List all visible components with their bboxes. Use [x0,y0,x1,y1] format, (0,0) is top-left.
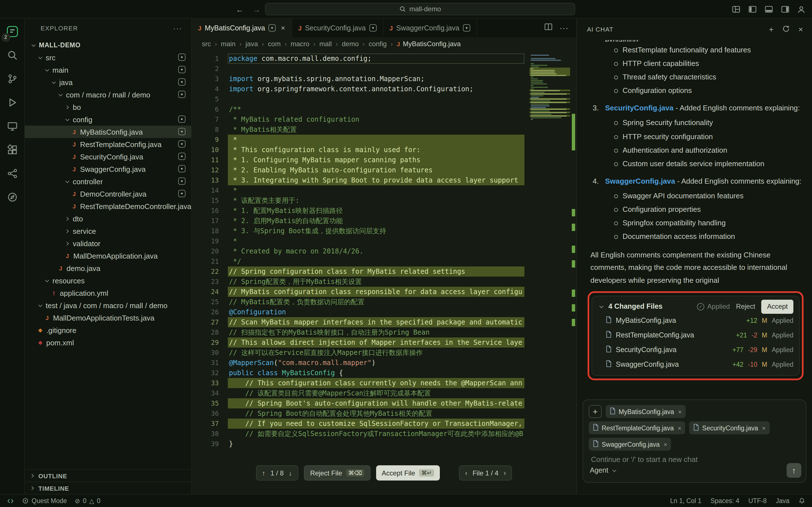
toggle-panel-bottom-icon[interactable] [763,4,774,14]
code-line-10[interactable]: 10 * This configuration class is mainly … [192,145,576,155]
remove-chip-icon[interactable]: × [762,425,766,431]
tree-item-main[interactable]: main [25,64,191,76]
code-line-1[interactable]: 1package com.macro.mall.demo.config; [192,54,576,64]
breadcrumb-item-main[interactable]: main [221,40,236,48]
code-line-36[interactable]: 36 // Spring Boot的自动配置会处理其他MyBatis相关的配置 [192,408,576,418]
tree-item-democontroller-java[interactable]: JDemoController.java [25,187,191,200]
code-line-16[interactable]: 16 * 1. 配置MyBatis映射器扫描路径 [192,206,576,216]
close-icon[interactable]: × [281,24,285,32]
tree-item-resources[interactable]: resources [25,274,191,287]
changed-file-row-resttemplateconfig-java[interactable]: RestTemplateConfig.java+21-2MApplied [598,328,794,343]
changed-file-row-securityconfig-java[interactable]: SecurityConfig.java+77-29MApplied [598,343,794,357]
back-arrow-icon[interactable]: ← [236,5,244,14]
code-editor[interactable]: 1package com.macro.mall.demo.config;23im… [192,51,576,494]
file-link[interactable]: SwaggerConfig.java [605,177,675,185]
code-line-4[interactable]: 4import org.springframework.context.anno… [192,84,576,94]
breadcrumb-item-java[interactable]: java [246,40,258,48]
code-line-24[interactable]: 24// MyBatis configuration class respons… [192,287,576,297]
tree-item-src[interactable]: src [25,51,191,64]
remove-chip-icon[interactable]: × [664,441,667,448]
reject-file-button[interactable]: Reject File ⌘⌫ [304,465,370,481]
split-editor-icon[interactable] [544,22,553,33]
code-line-9[interactable]: 9 * [192,135,576,145]
modified-badge[interactable] [463,24,470,32]
tree-item-com-macro-mall-demo[interactable]: com / macro / mall / demo [25,89,191,101]
breadcrumb-item-demo[interactable]: demo [342,40,359,48]
remote-indicator-icon[interactable] [7,497,14,504]
code-line-30[interactable]: 30// 这样可以在Service层直接注入Mapper接口进行数据库操作 [192,348,576,358]
language-mode[interactable]: Java [776,497,790,504]
tree-item-validator[interactable]: validator [25,237,191,249]
tree-item-application-yml[interactable]: !application.yml [25,287,191,299]
reject-all-button[interactable]: Reject [736,301,755,313]
command-center-search[interactable]: mall-demo [265,3,575,15]
code-line-17[interactable]: 17 * 2. 启用MyBatis的自动配置功能 [192,216,576,226]
tree-item-malldemoapplication-java[interactable]: JMallDemoApplication.java [25,249,191,262]
tree-item-resttemplatedemocontroller-java[interactable]: JRestTemplateDemoController.java [25,200,191,212]
next-file-icon[interactable]: › [504,469,506,477]
code-line-39[interactable]: 39} [192,439,576,449]
chevron-down-icon[interactable] [598,303,605,310]
tree-item-swaggerconfig-java[interactable]: JSwaggerConfig.java [25,163,191,175]
code-line-20[interactable]: 20 * Created by macro on 2018/4/26. [192,246,576,256]
agent-mode-dropdown[interactable]: Agent [590,466,617,474]
accept-file-button[interactable]: Accept File ⌘↵ [376,465,440,481]
modified-badge[interactable] [268,24,276,32]
quest-icon[interactable] [5,190,19,205]
context-chip-swaggerconfig-java[interactable]: SwaggerConfig.java× [589,438,671,451]
remove-chip-icon[interactable]: × [678,425,681,431]
code-line-3[interactable]: 3import org.mybatis.spring.annotation.Ma… [192,74,576,84]
tree-item-malldemoapplicationtests-java[interactable]: JMallDemoApplicationTests.java [25,312,191,324]
sidebar-more-actions-icon[interactable]: ··· [173,24,182,33]
remote-explorer-icon[interactable] [5,119,19,133]
tab-mybatisconfig-java[interactable]: JMyBatisConfig.java× [192,18,292,37]
breadcrumb-item-src[interactable]: src [202,40,211,48]
modified-badge[interactable] [369,24,376,32]
file-link[interactable]: SecurityConfig.java [605,104,673,112]
code-line-11[interactable]: 11 * 1. Configuring MyBatis mapper scann… [192,155,576,165]
cursor-position[interactable]: Ln 1, Col 1 [670,497,702,504]
indentation-setting[interactable]: Spaces: 4 [711,497,739,504]
source-control-icon[interactable] [5,71,19,86]
context-chip-securityconfig-java[interactable]: SecurityConfig.java× [689,421,770,434]
changed-file-row-mybatisconfig-java[interactable]: MyBatisConfig.java+12MApplied [598,314,794,328]
extensions-icon[interactable] [5,143,19,157]
code-line-18[interactable]: 18 * 3. 与Spring Boot集成，提供数据访问层支持 [192,226,576,236]
code-line-23[interactable]: 23// Spring配置类，用于MyBatis相关设置 [192,277,576,287]
code-line-6[interactable]: 6/** [192,104,576,114]
remove-chip-icon[interactable]: × [678,408,682,415]
code-line-19[interactable]: 19 * [192,236,576,246]
tab-securityconfig-java[interactable]: JSecurityConfig.java [292,18,383,37]
code-line-2[interactable]: 2 [192,64,576,74]
outline-section[interactable]: OUTLINE [25,469,191,482]
minimap[interactable] [529,54,570,120]
code-line-7[interactable]: 7 * MyBatis related configuration [192,114,576,124]
encoding-setting[interactable]: UTF-8 [748,497,767,504]
close-icon[interactable]: × [799,25,803,34]
more-actions-icon[interactable]: ··· [559,23,568,33]
code-line-26[interactable]: 26@Configuration [192,307,576,317]
tree-item-test-java-com-macro-mall-demo[interactable]: test / java / com / macro / mall / demo [25,299,191,312]
breadcrumb-item-mall[interactable]: mall [319,40,332,48]
timeline-section[interactable]: TIMELINE [25,482,191,494]
code-line-27[interactable]: 27// Scan MyBatis mapper interfaces in t… [192,317,576,327]
send-button[interactable]: ↑ [786,463,801,478]
layout-grid-icon[interactable] [731,4,741,14]
breadcrumb-item-com[interactable]: com [268,40,281,48]
tree-item-securityconfig-java[interactable]: JSecurityConfig.java [25,151,191,163]
code-line-37[interactable]: 37 // If you need to customize SqlSessio… [192,418,576,429]
code-line-12[interactable]: 12 * 2. Enabling MyBatis auto-configurat… [192,165,576,175]
tree-item-java[interactable]: java [25,76,191,89]
context-chip-mybatisconfig-java[interactable]: MyBatisConfig.java× [606,405,686,418]
tab-swaggerconfig-java[interactable]: JSwaggerConfig.java [383,18,477,37]
tree-item-mybatisconfig-java[interactable]: JMyBatisConfig.java [25,126,191,138]
app-logo-icon[interactable]: 2 [5,24,19,39]
tree-item-service[interactable]: service [25,225,191,237]
code-line-35[interactable]: 35 // Spring Boot's auto-configuration w… [192,398,576,408]
code-line-29[interactable]: 29// This allows direct injection of Map… [192,337,576,348]
chat-input-placeholder[interactable]: Continue or '/' to start a new chat [591,455,800,464]
prev-file-icon[interactable]: ‹ [465,469,467,477]
changed-file-row-swaggerconfig-java[interactable]: SwaggerConfig.java+42-10MApplied [598,357,794,372]
add-context-button[interactable]: + [589,405,602,418]
tree-item-demo-java[interactable]: Jdemo.java [25,262,191,274]
